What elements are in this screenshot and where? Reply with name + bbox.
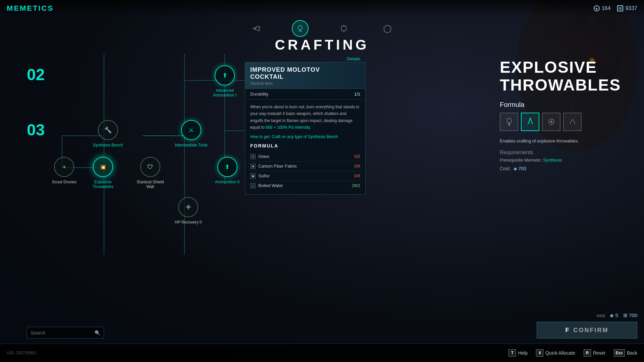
node-shield-wall[interactable]: Stardust Shield Wall — [133, 157, 167, 189]
node-intermediate-tools[interactable]: Intermediate Tools — [175, 120, 208, 147]
top-right: ◈ 164 ⊞ 9337 — [594, 5, 637, 11]
tooltip-how-to-get: How to get: Craft on any type of Synthes… — [250, 134, 360, 139]
node-label-recovery: HP Recovery II — [175, 220, 202, 225]
action-reset[interactable]: R Reset — [584, 349, 605, 357]
sulfur-icon: ◆ — [250, 173, 256, 179]
ingredient-sulfur-name: Sulfur — [258, 173, 270, 178]
ammo-icon — [222, 72, 227, 79]
requirements-section: Requirements Prerequisite Memetic: Synth… — [500, 149, 637, 171]
ingredient-sulfur-count: 0/6 — [354, 173, 360, 178]
help-key: T — [508, 349, 516, 357]
logo: MEMETICS — [7, 4, 54, 13]
formula-item-4[interactable] — [563, 113, 582, 131]
tooltip-item-type: Tactical Item — [250, 81, 347, 86]
svg-point-27 — [550, 121, 552, 123]
node-hp-recovery[interactable]: HP Recovery II — [175, 197, 202, 225]
top-bar: MEMETICS ◈ 164 ⊞ 9337 — [0, 0, 644, 17]
panel-title: EXPLOSIVETHROWABLES — [500, 59, 637, 94]
credit-icon: ⊞ — [617, 5, 623, 11]
confirm-key: F — [566, 327, 570, 334]
ingredient-glass-name: Glass — [258, 154, 269, 159]
category-weapons[interactable] — [248, 20, 265, 37]
node-scout-drones[interactable]: Scout Drones — [52, 157, 76, 184]
req-prerequisite: Prerequisite Memetic: Synthesis — [500, 158, 637, 163]
formula-row-glass: ◇ Glass 0/5 — [250, 152, 360, 162]
search-bar: 🔍 — [27, 327, 104, 339]
confirm-label: CONFIRM — [574, 327, 609, 334]
tooltip-body: When you're about to burn out, burn ever… — [245, 100, 365, 194]
node-circle-tools — [181, 120, 201, 140]
node-circle-explosive — [93, 157, 113, 177]
tooltip-durability-row: Durability 1/1 — [245, 89, 365, 100]
node-circle-recovery — [178, 197, 198, 217]
formula-row-sulfur: ◆ Sulfur 0/6 — [250, 171, 360, 181]
quick-allocate-label: Quick Allocate — [545, 350, 575, 356]
req-header: Requirements — [500, 149, 637, 156]
category-throwables[interactable] — [292, 20, 309, 37]
page-title: CRAFTING — [275, 37, 369, 53]
confirm-button[interactable]: F CONFIRM — [537, 322, 637, 339]
node-ammo-2[interactable]: Ammunition II — [215, 157, 239, 184]
tooltip-item-name: IMPROVED MOLOTOV COCKTAIL — [250, 66, 347, 80]
node-advanced-ammo-1[interactable]: AdvancedAmmunition I — [213, 65, 236, 98]
carbon-icon: ◈ — [250, 164, 256, 169]
svg-rect-24 — [508, 123, 510, 126]
search-icon: 🔍 — [95, 330, 100, 336]
ingredient-carbon-name: Carbon Fiber Fabric — [258, 164, 297, 169]
help-label: Help — [518, 350, 528, 356]
credit-currency: ⊞ 9337 — [617, 5, 637, 11]
node-synthesis-bench[interactable]: Synthesis Bench — [93, 120, 123, 147]
node-label-tools: Intermediate Tools — [175, 143, 208, 147]
drone-icon — [62, 164, 66, 170]
total-cost: ⊞ 700 — [623, 312, 637, 318]
category-tools[interactable] — [335, 20, 352, 37]
node-label-scout: Scout Drones — [52, 180, 76, 184]
node-explosive-throwables[interactable]: ExplosiveThrowables — [93, 157, 113, 189]
svg-rect-8 — [341, 26, 346, 31]
recovery-icon — [186, 203, 191, 211]
glass-icon: ◇ — [250, 154, 256, 159]
node-circle-synthesis — [98, 120, 118, 140]
node-label-ammo2: Ammunition II — [215, 180, 239, 184]
cost-value: ◈ 700 — [514, 166, 526, 171]
node-circle-advanced-ammo-1 — [215, 65, 235, 85]
formula-item-1[interactable] — [500, 113, 518, 131]
tooltip-header: IMPROVED MOLOTOV COCKTAIL Tactical Item … — [245, 62, 365, 89]
action-quick-allocate[interactable]: X Quick Allocate — [536, 349, 575, 357]
node-circle-shield — [140, 157, 160, 177]
reset-key: R — [584, 349, 591, 357]
uid-label: UID: 150759961 — [7, 351, 36, 355]
category-armor[interactable] — [379, 20, 396, 37]
action-help[interactable]: T Help — [508, 349, 528, 357]
reset-label: Reset — [593, 350, 605, 356]
formula-item-3[interactable] — [542, 113, 560, 131]
formula-row-water: ○ Boiled Water 29/2 — [250, 181, 360, 190]
back-key: Esc — [614, 349, 625, 357]
node-circle-ammo2 — [217, 157, 237, 177]
formula-row-carbon: ◈ Carbon Fiber Fabric 0/6 — [250, 162, 360, 171]
node-label-explosive: ExplosiveThrowables — [93, 180, 113, 189]
water-icon: ○ — [250, 183, 256, 188]
formula-item-2[interactable] — [521, 113, 539, 131]
svg-point-5 — [298, 25, 302, 29]
ingredient-glass-count: 0/5 — [354, 154, 360, 159]
search-input[interactable] — [31, 330, 92, 336]
bench-icon — [104, 126, 112, 134]
level-03: 03 — [27, 121, 45, 139]
total-quantity: ◈ 5 — [610, 312, 618, 318]
crystal-currency: ◈ 164 — [594, 5, 611, 11]
ammo2-icon — [225, 163, 230, 171]
action-back[interactable]: Esc Back — [614, 349, 637, 357]
right-panel: EXPLOSIVETHROWABLES Formula Enables craf… — [493, 52, 644, 342]
currency-icon-cost: ◈ — [514, 166, 519, 171]
node-label-synthesis: Synthesis Bench — [93, 143, 123, 147]
tooltip-details-button[interactable]: Details — [347, 56, 360, 61]
svg-point-23 — [507, 118, 512, 123]
formula-title: FORMULA — [250, 143, 360, 148]
panel-description: Enables crafting of explosive throwables… — [500, 138, 637, 145]
ingredient-water-count: 29/2 — [352, 183, 360, 188]
explosive-icon — [100, 164, 106, 170]
bottom-actions: T Help X Quick Allocate R Reset Esc Back — [508, 349, 637, 357]
durability-label: Durability — [250, 92, 268, 97]
ingredient-water-name: Boiled Water — [258, 183, 283, 188]
